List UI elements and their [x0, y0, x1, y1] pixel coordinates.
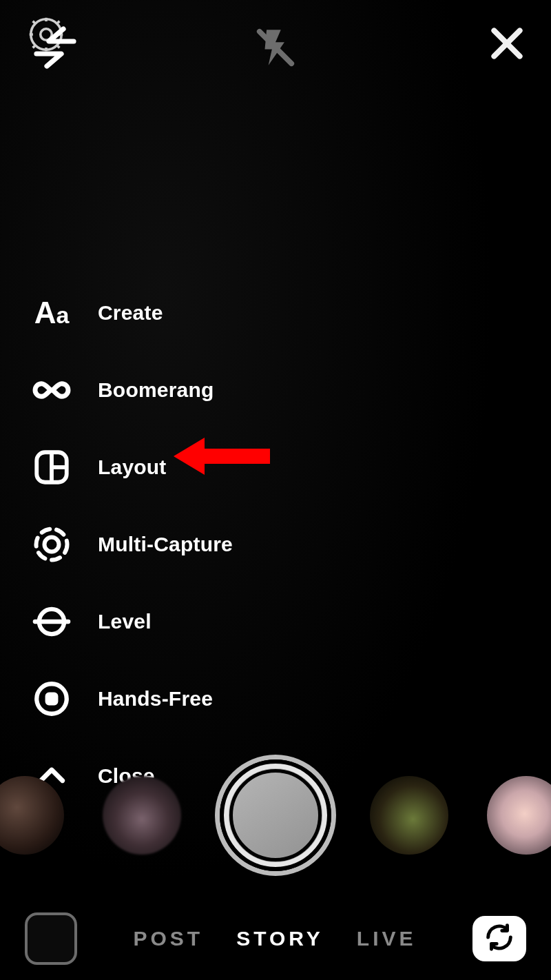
text-aa-icon: Aa — [29, 290, 74, 336]
camera-flip-button[interactable] — [472, 916, 526, 961]
mode-story[interactable]: STORY — [236, 927, 324, 950]
tool-hands-free[interactable]: Hands-Free — [29, 660, 373, 737]
top-bar — [0, 0, 551, 90]
svg-marker-14 — [174, 438, 270, 475]
level-icon — [29, 599, 74, 644]
annotation-arrow — [174, 432, 270, 483]
story-camera-screen: Aa Create Boomerang Layout — [0, 0, 551, 980]
switch-arrows-icon[interactable] — [30, 23, 80, 75]
bottom-bar: POST STORY LIVE — [0, 897, 551, 980]
mode-live[interactable]: LIVE — [357, 927, 417, 950]
camera-modes: POST STORY LIVE — [77, 927, 472, 950]
camera-flip-icon — [484, 921, 515, 956]
tool-boomerang[interactable]: Boomerang — [29, 351, 373, 429]
svg-point-8 — [45, 538, 59, 552]
infinity-icon — [29, 367, 74, 413]
tool-label: Hands-Free — [98, 687, 213, 711]
tool-multi-capture[interactable]: Multi-Capture — [29, 506, 373, 583]
tool-label: Level — [98, 610, 152, 633]
shutter-button[interactable] — [220, 759, 331, 871]
layout-grid-icon — [29, 445, 74, 490]
tool-label: Layout — [98, 456, 167, 479]
story-tools-list: Aa Create Boomerang Layout — [29, 274, 373, 815]
tool-create[interactable]: Aa Create — [29, 274, 373, 351]
effect-thumb-4[interactable] — [487, 776, 551, 855]
close-icon[interactable] — [488, 24, 526, 65]
effect-thumb-3[interactable] — [370, 776, 448, 855]
tool-label: Boomerang — [98, 378, 214, 402]
tool-level[interactable]: Level — [29, 583, 373, 660]
multi-capture-icon — [29, 522, 74, 567]
mode-post[interactable]: POST — [133, 927, 203, 950]
tool-label: Multi-Capture — [98, 533, 233, 556]
gallery-thumb[interactable] — [25, 912, 77, 965]
effect-thumb-2[interactable] — [103, 776, 181, 855]
svg-rect-13 — [48, 695, 56, 704]
svg-point-9 — [37, 529, 67, 560]
stop-circle-icon — [29, 676, 74, 722]
effect-thumb-1[interactable] — [0, 776, 64, 855]
top-left-controls — [25, 17, 80, 72]
effects-strip — [0, 755, 551, 875]
flash-off-icon[interactable] — [254, 26, 297, 72]
tool-label: Create — [98, 301, 163, 325]
